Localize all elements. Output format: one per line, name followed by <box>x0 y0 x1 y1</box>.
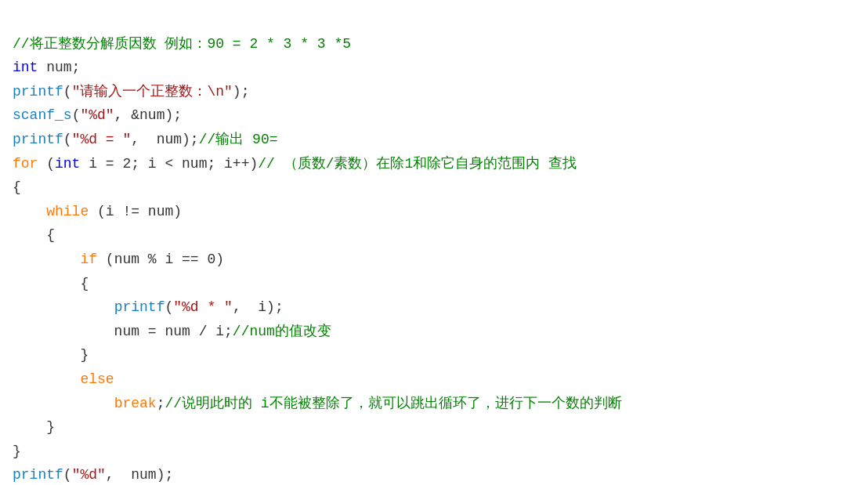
line-brace2-close: } <box>13 415 855 440</box>
line-if: if (num % i == 0) <box>13 248 855 272</box>
line-brace3-open: { <box>13 272 855 296</box>
line-comment: //将正整数分解质因数 例如：90 = 2 * 3 * 3 *5 <box>13 32 855 56</box>
line-brace2-open: { <box>13 223 855 248</box>
line-else: else <box>13 367 855 392</box>
line-while: while (i != num) <box>13 200 855 224</box>
line-brace1-open: { <box>13 176 855 200</box>
line-printf-output: printf("%d = ", num);//输出 90= <box>13 128 855 152</box>
line-break: break;//说明此时的 i不能被整除了，就可以跳出循环了，进行下一个数的判断 <box>13 392 855 416</box>
line-printf-mult: printf("%d * ", i); <box>13 295 855 320</box>
line-brace3-close: } <box>13 343 855 367</box>
line-int-num: int num; <box>13 56 855 80</box>
line-printf-final: printf("%d", num); <box>13 463 855 485</box>
line-printf-prompt: printf("请输入一个正整数：\n"); <box>13 80 855 104</box>
line-brace1-close: } <box>13 440 855 464</box>
line-scanf: scanf_s("%d", &num); <box>13 103 855 128</box>
code-editor: //将正整数分解质因数 例如：90 = 2 * 3 * 3 *5int num;… <box>13 8 855 485</box>
line-for: for (int i = 2; i < num; i++)// （质数/素数）在… <box>13 152 855 176</box>
line-num-div: num = num / i;//num的值改变 <box>13 320 855 344</box>
